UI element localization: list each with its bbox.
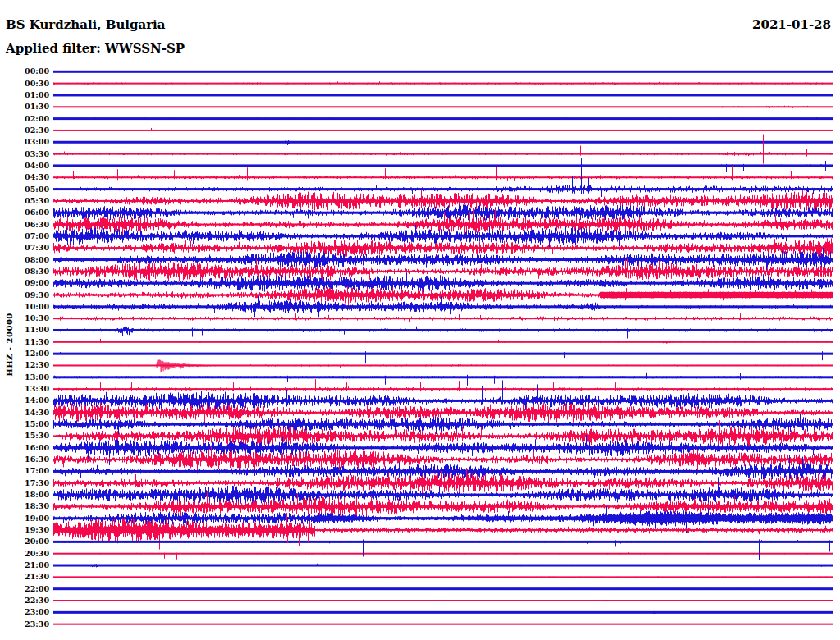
helicorder-page: BS Kurdzhali, Bulgaria Applied filter: W… — [0, 0, 840, 640]
seismogram-traces — [0, 0, 840, 640]
